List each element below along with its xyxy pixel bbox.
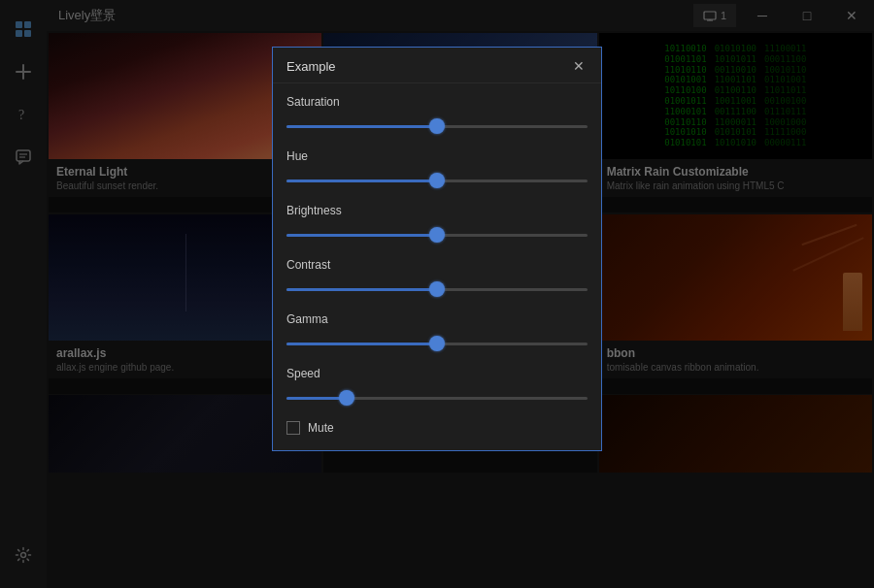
speed-slider-group: Speed bbox=[286, 367, 588, 408]
speed-track bbox=[286, 397, 588, 400]
brightness-thumb[interactable] bbox=[429, 227, 445, 243]
speed-label: Speed bbox=[286, 367, 588, 380]
saturation-slider-container bbox=[286, 116, 588, 136]
brightness-fill bbox=[286, 234, 437, 237]
brightness-slider-container bbox=[286, 225, 588, 245]
dialog-title: Example bbox=[286, 59, 336, 74]
hue-thumb[interactable] bbox=[429, 173, 445, 188]
brightness-slider-group: Brightness bbox=[286, 204, 588, 245]
mute-checkbox[interactable] bbox=[286, 421, 300, 435]
mute-label: Mute bbox=[308, 421, 334, 435]
saturation-fill bbox=[286, 125, 437, 128]
speed-fill bbox=[286, 397, 347, 400]
contrast-fill bbox=[286, 288, 437, 291]
contrast-label: Contrast bbox=[286, 258, 588, 272]
dialog-close-button[interactable]: ✕ bbox=[570, 57, 588, 75]
gamma-fill bbox=[286, 343, 437, 345]
saturation-label: Saturation bbox=[286, 95, 588, 109]
saturation-slider-group: Saturation bbox=[286, 95, 588, 136]
gamma-slider-group: Gamma bbox=[286, 312, 588, 353]
dialog-header: Example ✕ bbox=[273, 48, 601, 83]
speed-slider-container bbox=[286, 388, 588, 408]
gamma-slider-container bbox=[286, 334, 588, 353]
speed-thumb[interactable] bbox=[339, 390, 354, 406]
hue-fill bbox=[286, 180, 437, 182]
mute-checkbox-group[interactable]: Mute bbox=[286, 421, 588, 435]
contrast-slider-group: Contrast bbox=[286, 258, 588, 299]
contrast-slider-container bbox=[286, 279, 588, 299]
saturation-thumb[interactable] bbox=[429, 118, 445, 134]
hue-slider-container bbox=[286, 171, 588, 190]
contrast-thumb[interactable] bbox=[429, 281, 445, 297]
gamma-thumb[interactable] bbox=[429, 336, 445, 351]
brightness-label: Brightness bbox=[286, 204, 588, 217]
dialog-body: Saturation Hue Brightness bbox=[273, 83, 601, 450]
hue-slider-group: Hue bbox=[286, 149, 588, 190]
gamma-label: Gamma bbox=[286, 312, 588, 326]
hue-label: Hue bbox=[286, 149, 588, 163]
example-dialog: Example ✕ Saturation Hue bbox=[272, 47, 602, 451]
